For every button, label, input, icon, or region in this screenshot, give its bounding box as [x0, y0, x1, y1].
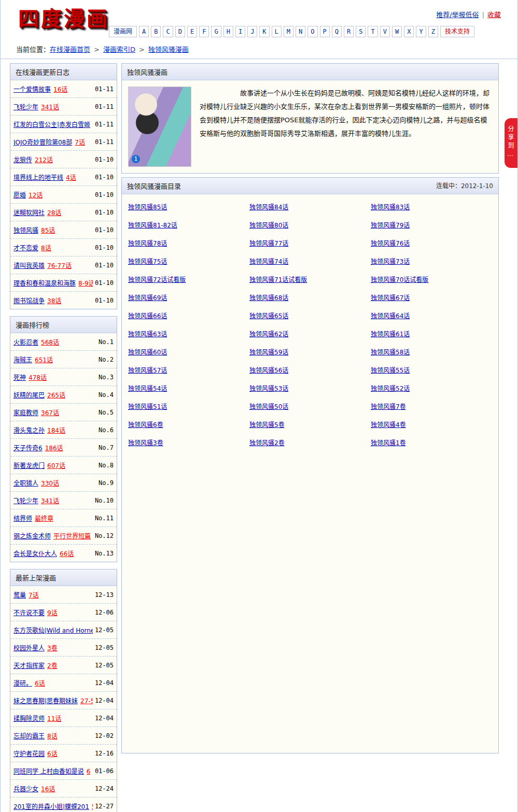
manga-link[interactable]: 结界师: [13, 515, 32, 522]
favorite-link[interactable]: 收藏: [487, 11, 501, 19]
chapter-link[interactable]: 独领风骚3卷: [128, 439, 163, 447]
letter-link[interactable]: D: [175, 26, 185, 37]
manga-link[interactable]: 家庭教师: [13, 409, 38, 417]
manga-link[interactable]: 漫研。: [13, 680, 32, 687]
manga-link[interactable]: 妹之思春期|思春期妹妹: [13, 697, 78, 705]
letter-link[interactable]: B: [151, 26, 161, 37]
manga-link[interactable]: 东方茨歌仙|Wild and Horne: [13, 627, 93, 634]
chapter-link[interactable]: 独领风骚53话: [249, 385, 288, 392]
letter-link[interactable]: I: [235, 26, 245, 37]
chapter-link[interactable]: 独领风骚84话: [249, 204, 288, 211]
chapter-count-link[interactable]: 8话: [41, 245, 51, 252]
manga-link[interactable]: 一个爱情故事: [13, 86, 51, 93]
chapter-link[interactable]: 独领风骚81-82话: [128, 222, 177, 229]
chapter-link[interactable]: 独领风骚62话: [249, 331, 288, 338]
chapter-link[interactable]: 独领风骚72话试看版: [128, 276, 186, 283]
letter-link[interactable]: Z: [428, 26, 438, 37]
letter-link[interactable]: M: [284, 26, 293, 37]
manga-link[interactable]: 揉胸除灵师: [13, 715, 45, 722]
chapter-link[interactable]: 独领风骚50话: [249, 403, 288, 410]
chapter-count-link[interactable]: 341话: [41, 104, 59, 111]
manga-link[interactable]: 迷糊软网社: [13, 209, 45, 217]
manga-link[interactable]: 海贼王: [13, 357, 32, 364]
manga-link[interactable]: 请叫我英雄: [13, 262, 45, 269]
chapter-count-link[interactable]: 478话: [29, 374, 47, 381]
chapter-link[interactable]: 独领风骚65话: [249, 312, 288, 320]
breadcrumb-index-link[interactable]: 漫画索引D: [103, 46, 135, 53]
chapter-count-link[interactable]: 6话: [35, 680, 45, 687]
manga-link[interactable]: 会长是女仆大人: [13, 550, 57, 558]
manga-link[interactable]: 飞轮少年: [13, 104, 38, 111]
letter-link[interactable]: N: [296, 26, 305, 37]
manga-link[interactable]: 校园外星人: [13, 645, 45, 652]
chapter-count-link[interactable]: 76-77话: [47, 262, 72, 269]
chapter-count-link[interactable]: 212话: [35, 156, 53, 164]
chapter-count-link[interactable]: 8-9话: [78, 280, 93, 287]
cover-image[interactable]: 1: [128, 87, 191, 167]
chapter-link[interactable]: 独领风骚6卷: [128, 421, 163, 429]
chapter-count-link[interactable]: 6: [87, 768, 91, 775]
chapter-link[interactable]: 独领风骚1卷: [371, 439, 406, 447]
letter-link[interactable]: A: [139, 26, 149, 37]
chapter-count-link[interactable]: 341话: [41, 497, 59, 505]
chapter-count-link[interactable]: 184话: [47, 427, 65, 434]
manga-link[interactable]: 愿婚: [13, 192, 26, 199]
chapter-link[interactable]: 独领风骚69话: [128, 294, 167, 302]
chapter-count-link[interactable]: 27-5: [80, 697, 93, 705]
chapter-link[interactable]: 独领风骚79话: [371, 222, 410, 229]
chapter-link[interactable]: 独领风骚5卷: [249, 421, 285, 429]
chapter-count-link[interactable]: 38话: [47, 297, 61, 305]
chapter-count-link[interactable]: 66话: [60, 550, 74, 558]
breadcrumb-home-link[interactable]: 在线漫画首页: [50, 46, 90, 53]
manga-link[interactable]: 忘却的霸王: [13, 733, 45, 740]
letter-link[interactable]: V: [380, 26, 390, 37]
tech-support-link[interactable]: 技术支持: [440, 26, 474, 37]
chapter-link[interactable]: 独领风骚58话: [371, 349, 410, 356]
chapter-link[interactable]: 独领风骚56话: [249, 367, 288, 374]
chapter-count-link[interactable]: 186话: [45, 445, 63, 452]
letter-link[interactable]: Y: [416, 26, 426, 37]
letter-link[interactable]: X: [404, 26, 414, 37]
manga-link[interactable]: 全职猎人: [13, 480, 38, 487]
letter-link[interactable]: E: [187, 26, 197, 37]
chapter-count-link[interactable]: 9话: [47, 609, 58, 617]
chapter-count-link[interactable]: 28话: [47, 209, 61, 217]
chapter-link[interactable]: 独领风骚80话: [249, 222, 288, 229]
chapter-count-link[interactable]: 7话: [75, 139, 85, 146]
chapter-link[interactable]: 独领风骚67话: [371, 294, 410, 302]
manga-link[interactable]: 鹜巢: [13, 592, 26, 599]
chapter-link[interactable]: 独领风骚59话: [249, 349, 288, 356]
chapter-link[interactable]: 独领风骚61话: [371, 331, 410, 338]
letter-link[interactable]: F: [199, 26, 209, 37]
chapter-count-link[interactable]: 85话: [41, 227, 55, 234]
chapter-link[interactable]: 独领风骚54话: [128, 385, 167, 392]
breadcrumb-current-link[interactable]: 独领风骚漫画: [148, 46, 189, 53]
chapter-count-link[interactable]: 6话: [47, 750, 58, 758]
chapter-count-link[interactable]: 最终章: [35, 515, 53, 522]
chapter-count-link[interactable]: 330话: [41, 480, 59, 487]
report-link[interactable]: 推荐/举报低俗: [436, 11, 479, 19]
chapter-link[interactable]: 独领风骚68话: [249, 294, 288, 302]
chapter-link[interactable]: 独领风骚85话: [128, 204, 167, 211]
letter-link[interactable]: G: [211, 26, 221, 37]
chapter-link[interactable]: 独领风骚57话: [128, 367, 167, 374]
letter-link[interactable]: Q: [332, 26, 342, 37]
letter-link[interactable]: C: [163, 26, 173, 37]
share-ribbon[interactable]: 分享到…: [505, 118, 517, 168]
chapter-count-link[interactable]: 265话: [47, 392, 65, 399]
chapter-count-link[interactable]: 607话: [47, 462, 65, 469]
manga-link[interactable]: JOJO奇妙冒险第08部: [13, 139, 72, 146]
chapter-link[interactable]: 独领风骚2卷: [249, 439, 285, 447]
chapter-count-link[interactable]: 2卷: [47, 662, 58, 669]
chapter-count-link[interactable]: 7话: [29, 592, 39, 599]
chapter-link[interactable]: 独领风骚52话: [371, 385, 410, 392]
manga-link[interactable]: 201室的井森小姐|蝶蝾201: [13, 803, 89, 810]
site-logo[interactable]: 四度漫画: [18, 6, 109, 31]
letter-link[interactable]: K: [259, 26, 269, 37]
letter-link[interactable]: S: [356, 26, 366, 37]
chapter-link[interactable]: 独领风骚73话: [371, 258, 410, 265]
chapter-link[interactable]: 独领风骚74话: [249, 258, 288, 265]
manga-link[interactable]: 守护者花园: [13, 750, 45, 758]
chapter-link[interactable]: 独领风骚7卷: [371, 403, 406, 410]
chapter-link[interactable]: 独领风骚66话: [128, 312, 167, 320]
